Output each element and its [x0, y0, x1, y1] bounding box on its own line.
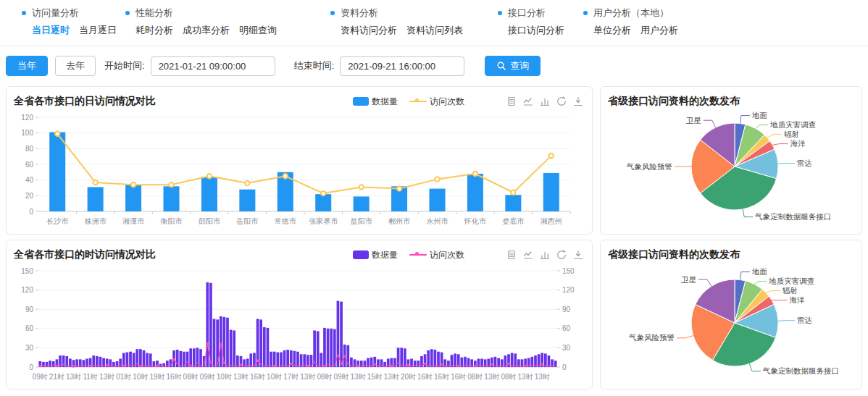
svg-text:气象风险预警: 气象风险预警 — [626, 162, 672, 171]
nav-item-detail-query[interactable]: 明细查询 — [239, 24, 277, 37]
chart-legend: 数据量 访问次数 — [353, 96, 464, 108]
nav-item-unit-analysis[interactable]: 单位分析 — [593, 24, 631, 37]
svg-text:0: 0 — [562, 363, 567, 371]
data-view-icon[interactable] — [506, 250, 517, 260]
svg-text:150: 150 — [562, 267, 575, 275]
svg-text:60: 60 — [25, 161, 34, 169]
nav-item-time-cost-analysis[interactable]: 耗时分析 — [135, 24, 173, 37]
nav-item-data-access-analysis[interactable]: 资料访问分析 — [341, 24, 397, 37]
nav-item-interface-access-analysis[interactable]: 接口访问分析 — [508, 24, 564, 37]
daily-comparison-chart-card: 全省各市接口的日访问情况对比 数据量 访问次数 020406080100120长 — [6, 86, 593, 235]
this-year-button[interactable]: 当年 — [6, 56, 48, 76]
download-icon[interactable] — [573, 96, 583, 106]
svg-text:13时: 13时 — [484, 373, 499, 381]
svg-text:衡阳市: 衡阳市 — [160, 217, 183, 225]
legend-item-visit-count[interactable]: 访问次数 — [409, 96, 464, 108]
svg-text:20时: 20时 — [401, 373, 416, 381]
svg-text:雷达: 雷达 — [797, 316, 812, 324]
svg-text:08时: 08时 — [501, 373, 516, 381]
svg-text:150: 150 — [21, 267, 33, 275]
hourly-chart-plot: 0030306060909012012015015009时21时13时11时13… — [14, 264, 586, 384]
svg-text:20: 20 — [25, 192, 34, 200]
chart-title: 省级接口访问资料的次数发布 — [608, 95, 740, 108]
svg-text:地质灾害调查: 地质灾害调查 — [769, 120, 816, 129]
line-swatch-icon — [409, 98, 427, 106]
nav-group-performance: 性能分析 耗时分析 成功率分析 明细查询 — [125, 7, 277, 37]
start-time-input[interactable] — [151, 56, 275, 76]
svg-text:17时: 17时 — [283, 373, 299, 381]
restore-icon[interactable] — [556, 96, 567, 106]
query-button[interactable]: 查询 — [485, 56, 541, 76]
line-chart-icon[interactable] — [523, 96, 533, 106]
nav-group-title: 资料分析 — [341, 7, 378, 20]
search-icon — [496, 61, 506, 71]
svg-text:益阳市: 益阳市 — [351, 217, 373, 225]
province-pie-plot-bottom: 卫星气象风险预警地面地质灾害调查辐射海洋雷达气象定制数据服务接口 — [608, 264, 856, 385]
svg-text:气象风险预警: 气象风险预警 — [628, 333, 675, 342]
svg-text:永州市: 永州市 — [427, 217, 449, 225]
nav-item-hourly-today[interactable]: 当日逐时 — [32, 24, 70, 37]
nav-item-user-analysis[interactable]: 用户分析 — [640, 24, 678, 37]
nav-group-title: 访问量分析 — [32, 7, 79, 20]
svg-text:01时: 01时 — [116, 373, 131, 381]
top-navigation: 访问量分析 当日逐时 当月逐日 性能分析 耗时分析 成功率分析 明细查询 资料分… — [0, 0, 868, 37]
bar-chart-icon[interactable] — [540, 250, 550, 260]
line-chart-icon[interactable] — [523, 250, 533, 260]
chart-toolbox — [506, 96, 583, 106]
svg-text:100: 100 — [21, 129, 33, 137]
legend-item-data-volume[interactable]: 数据量 — [353, 96, 398, 108]
bar-chart-icon[interactable] — [540, 96, 550, 106]
svg-text:辐射: 辐射 — [784, 130, 799, 138]
svg-text:120: 120 — [562, 286, 575, 294]
chart-toolbox — [506, 250, 583, 260]
svg-text:10时: 10时 — [267, 373, 282, 381]
svg-text:13时: 13时 — [535, 373, 550, 381]
nav-group-data: 资料分析 资料访问分析 资料访问列表 — [330, 7, 463, 37]
svg-text:90: 90 — [25, 306, 34, 313]
download-icon[interactable] — [573, 250, 583, 260]
svg-text:30: 30 — [25, 344, 34, 352]
bullet-icon — [22, 11, 26, 15]
last-year-button[interactable]: 去年 — [55, 56, 96, 76]
svg-text:16时: 16时 — [167, 373, 182, 381]
svg-text:08时: 08时 — [467, 373, 483, 381]
nav-item-data-access-list[interactable]: 资料访问列表 — [406, 24, 463, 37]
chart-title: 省级接口访问资料的次数发布 — [608, 248, 740, 261]
bar-swatch-icon — [353, 250, 369, 259]
filter-bar: 当年 去年 开始时间: 结束时间: 查询 — [0, 46, 868, 83]
svg-text:海洋: 海洋 — [790, 295, 806, 304]
start-time-label: 开始时间: — [104, 59, 145, 72]
svg-text:13时: 13时 — [66, 373, 81, 381]
legend-item-visit-count[interactable]: 访问次数 — [409, 249, 464, 261]
nav-group-title: 接口分析 — [508, 7, 546, 20]
svg-text:郴州市: 郴州市 — [388, 217, 411, 225]
chart-title: 全省各市接口的时访问情况对比 — [14, 248, 156, 261]
legend-label: 数据量 — [372, 249, 398, 261]
svg-text:40: 40 — [25, 176, 34, 184]
svg-text:卫星: 卫星 — [681, 275, 697, 284]
svg-text:13时: 13时 — [351, 373, 366, 381]
nav-group-title: 用户分析（本地） — [593, 7, 669, 20]
svg-text:16时: 16时 — [417, 373, 433, 381]
nav-item-success-rate-analysis[interactable]: 成功率分析 — [183, 24, 230, 37]
nav-group-visits: 访问量分析 当日逐时 当月逐日 — [22, 7, 117, 37]
dashboard-grid: 全省各市接口的日访问情况对比 数据量 访问次数 020406080100120长 — [0, 86, 868, 389]
end-time-input[interactable] — [340, 56, 464, 76]
svg-text:30: 30 — [562, 344, 571, 352]
end-time-label: 结束时间: — [294, 59, 335, 72]
restore-icon[interactable] — [556, 250, 567, 260]
legend-item-data-volume[interactable]: 数据量 — [353, 249, 398, 261]
svg-text:怀化市: 怀化市 — [464, 217, 487, 225]
svg-text:地面: 地面 — [751, 111, 767, 119]
svg-text:卫星: 卫星 — [686, 116, 702, 125]
svg-text:120: 120 — [21, 114, 33, 122]
province-pie-card-bottom: 省级接口访问资料的次数发布 卫星气象风险预警地面地质灾害调查辐射海洋雷达气象定制… — [600, 240, 862, 389]
bullet-icon — [583, 11, 588, 15]
svg-text:长沙市: 长沙市 — [46, 217, 69, 225]
svg-text:13时: 13时 — [300, 373, 315, 381]
nav-item-daily-this-month[interactable]: 当月逐日 — [79, 24, 117, 37]
data-view-icon[interactable] — [506, 96, 517, 106]
province-pie-card-top: 省级接口访问资料的次数发布 卫星气象风险预警地面地质灾害调查辐射海洋雷达气象定制… — [600, 86, 862, 235]
nav-group-users: 用户分析（本地） 单位分析 用户分析 — [583, 7, 678, 37]
svg-text:气象定制数据服务接口: 气象定制数据服务接口 — [762, 366, 839, 375]
